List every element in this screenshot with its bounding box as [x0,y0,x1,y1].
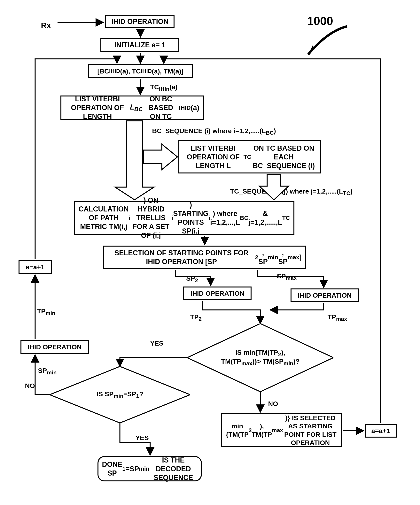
step-init: INITIALIZE a= 1 [100,38,179,52]
step-list-bc: LIST VITERBI OPERATION OF LENGTH LBC ON … [60,95,204,120]
decision-min-tm: IS min{TM(TP2), TM(TPmax)}> TM(SPmin)? [187,323,333,392]
step-list-tc: LIST VITERBI OPERATION OF LENGTH LTC ON … [178,140,321,173]
label-tp2: TP2 [190,313,202,322]
label-no1: NO [268,400,278,408]
step-ihid-left: IHID OPERATION [20,340,89,354]
label-yes1: YES [150,339,163,347]
label-spmax: SPmax [277,272,297,281]
label-bc-seq: BC_SEQUENCE (i) where i=1,2,.....(LBC) [152,127,308,136]
step-a-plus-left: a=a+1 [19,260,52,274]
step-ihid-top: IHID OPERATION [105,15,174,28]
step-ihid-sp2: IHID OPERATION [183,286,252,300]
decision-spmin-sp1: IS SPmin=SP1? [50,366,190,423]
step-calc: CALCULATION OF PATH METRIC TM(i,ji) ON H… [74,201,294,235]
step-ihid-spmax: IHID OPERATION [291,289,359,302]
label-tpmin: TPmin [37,307,55,316]
label-sp2: SP2 [186,274,198,284]
label-tpmax: TPmax [328,313,347,322]
step-select-min: min {TM(TP2), TM(TPmax)} IS SELECTED AS … [221,413,342,447]
label-tc-seq: TC_SEQUENCE (j) where j=1,2,.....(LTC) [230,187,386,197]
svg-marker-0 [308,45,315,55]
step-done: DONE SP1=SPmin IS THE DECODED SEQUENCE [97,456,202,481]
label-no2: NO [25,382,35,390]
rx-label: Rx [41,20,51,30]
step-a-plus-right: a=a+1 [365,424,397,438]
label-yes2: YES [135,434,149,442]
step-bc-tc-tm: [BCIHID(a), TCIHID(a), TM(a)] [88,64,193,78]
step-select-sp: SELECTION OF STARTING POINTS FOR IHID OP… [103,246,306,269]
label-tcihin: TCIHIn(a) [150,83,178,92]
figure-number: 1000 [307,14,333,28]
